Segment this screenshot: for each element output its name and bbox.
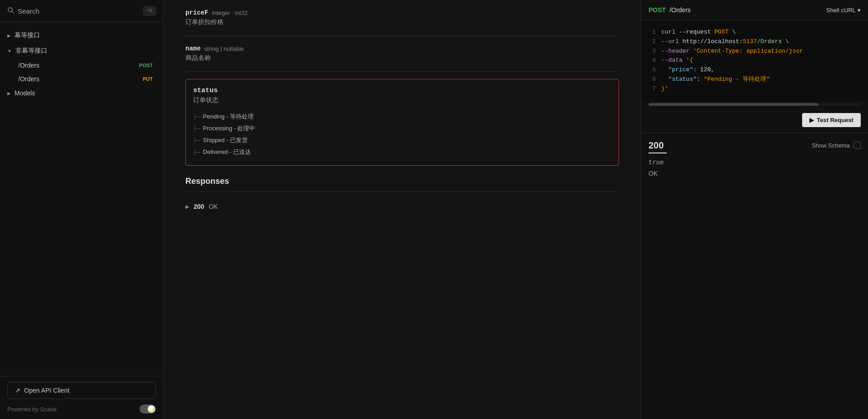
status-field-name: status — [193, 87, 611, 94]
main-content: priceF integer · int32 订单折扣价格 name strin… — [164, 0, 641, 419]
code-content-3: --header 'Content-Type: application/jsor — [661, 47, 803, 56]
nav-group-label-2: 非幕等接口 — [15, 47, 47, 55]
method-path: POST /Orders — [649, 6, 691, 14]
search-shortcut: ^K — [143, 6, 156, 15]
test-btn-label: Test Request — [817, 117, 853, 123]
enum-list: ├─ Pending - 等待处理 ├─ Processing - 处理中 ├─… — [193, 111, 611, 158]
shell-label: Shell cURL — [826, 7, 856, 14]
field-priceF-type: integer · int32 — [212, 10, 248, 16]
field-name-header: name string | nullable — [185, 45, 619, 52]
scrollbar-thumb — [649, 103, 818, 106]
show-schema-control[interactable]: Show Schema — [812, 142, 861, 149]
enum-value-shipped: Shipped - 已发货 — [203, 136, 248, 144]
code-line-3: 3 --header 'Content-Type: application/js… — [649, 47, 861, 56]
response-value-true: true — [649, 159, 861, 166]
field-name-type: string | nullable — [205, 45, 244, 52]
code-scrollbar[interactable] — [649, 103, 861, 106]
status-field-desc: 订单状态 — [193, 96, 611, 104]
toggle-track[interactable]: 🌙 — [140, 404, 156, 414]
nav-sub-path: /Orders — [18, 62, 40, 69]
open-api-client-button[interactable]: ↗ Open API Client — [7, 382, 156, 399]
chevron-right-icon-models: ▶ — [7, 91, 11, 96]
sidebar-footer: ↗ Open API Client Powered by Scalar 🌙 — [0, 376, 163, 419]
code-content-7: }' — [661, 84, 668, 94]
nav-item-orders-put[interactable]: /Orders PUT — [0, 72, 163, 86]
nav-sub-path-2: /Orders — [18, 75, 40, 83]
field-name-name: name — [185, 45, 201, 52]
nav-group-非幕等接口[interactable]: ▼ 非幕等接口 — [0, 43, 163, 59]
theme-toggle[interactable]: 🌙 — [140, 404, 156, 414]
enum-item-shipped: ├─ Shipped - 已发货 — [193, 134, 611, 146]
underline-bar — [649, 153, 667, 153]
response-panel: 200 Show Schema true OK — [641, 133, 868, 419]
code-line-6: 6 "status": "Pending - 等待处理" — [649, 75, 861, 84]
response-value-ok: OK — [649, 170, 861, 177]
enum-arrow-icon: ├─ — [193, 114, 200, 119]
response-chevron-icon: ▶ — [185, 204, 189, 210]
toggle-thumb: 🌙 — [148, 405, 155, 413]
chevron-down-icon: ▼ — [7, 49, 12, 54]
line-num-4: 4 — [649, 56, 656, 65]
response-status-code: 200 — [649, 140, 663, 151]
test-request-button[interactable]: ▶ Test Request — [802, 113, 861, 127]
field-name-desc: 商品名称 — [185, 54, 619, 62]
response-200-row[interactable]: ▶ 200 OK — [185, 199, 619, 214]
field-priceF-desc: 订单折扣价格 — [185, 18, 619, 26]
responses-title: Responses — [185, 177, 619, 186]
nav-group-label: 幕等接口 — [15, 31, 40, 39]
code-line-2: 2 --url http://localhost:5137/Orders \ — [649, 37, 861, 47]
search-label: Search — [18, 7, 140, 15]
field-name: name string | nullable 商品名称 — [185, 36, 619, 72]
nav-group-models[interactable]: ▶ Models — [0, 86, 163, 100]
enum-item-delivered: ├─ Delivered - 已送达 — [193, 146, 611, 158]
method-label: POST — [649, 6, 666, 14]
field-priceF: priceF integer · int32 订单折扣价格 — [185, 0, 619, 36]
nav-group-幕等接口[interactable]: ▶ 幕等接口 — [0, 28, 163, 43]
right-panel: POST /Orders Shell cURL ▾ 1 curl --reque… — [641, 0, 868, 419]
code-line-7: 7 }' — [649, 84, 861, 94]
nav-item-orders-post[interactable]: /Orders POST — [0, 59, 163, 72]
divider — [185, 192, 619, 192]
powered-by-row: Powered by Scalar 🌙 — [7, 404, 156, 414]
code-line-1: 1 curl --request POST \ — [649, 28, 861, 37]
field-priceF-name: priceF — [185, 9, 208, 16]
code-content-2: --url http://localhost:5137/Orders \ — [661, 37, 789, 47]
shell-select[interactable]: Shell cURL ▾ — [826, 7, 861, 14]
responses-section: Responses ▶ 200 OK — [185, 177, 619, 214]
line-num-2: 2 — [649, 37, 656, 47]
sidebar: Search ^K ▶ 幕等接口 ▼ 非幕等接口 /Orders POST /O… — [0, 0, 164, 419]
nav-models-label: Models — [15, 89, 35, 97]
enum-value-processing: Processing - 处理中 — [203, 124, 255, 133]
chevron-right-icon: ▶ — [7, 33, 11, 38]
show-schema-label: Show Schema — [812, 142, 850, 149]
status-field-box: status 订单状态 ├─ Pending - 等待处理 ├─ Process… — [185, 79, 619, 166]
badge-post: POST — [136, 62, 156, 69]
chevron-down-icon: ▾ — [858, 7, 861, 14]
enum-arrow-icon-3: ├─ — [193, 138, 200, 143]
response-200-code: 200 — [194, 203, 204, 210]
external-link-icon: ↗ — [15, 387, 20, 394]
code-content-1: curl --request POST \ — [661, 28, 736, 37]
line-num-6: 6 — [649, 75, 656, 84]
schema-checkbox[interactable] — [853, 142, 861, 149]
svg-line-1 — [12, 11, 14, 13]
line-num-3: 3 — [649, 47, 656, 56]
code-block: 1 curl --request POST \ 2 --url http://l… — [641, 20, 868, 101]
code-content-6: "status": "Pending - 等待处理" — [661, 75, 770, 84]
search-icon — [7, 7, 14, 15]
enum-item-pending: ├─ Pending - 等待处理 — [193, 111, 611, 123]
line-num-7: 7 — [649, 84, 656, 94]
powered-by-text: Powered by Scalar — [7, 406, 57, 413]
enum-value-pending: Pending - 等待处理 — [203, 113, 254, 121]
code-line-5: 5 "price": 120, — [649, 65, 861, 75]
response-top-row: 200 Show Schema — [649, 140, 861, 151]
enum-arrow-icon-2: ├─ — [193, 126, 200, 131]
moon-icon: 🌙 — [149, 407, 154, 412]
enum-item-processing: ├─ Processing - 处理中 — [193, 123, 611, 134]
search-bar[interactable]: Search ^K — [0, 0, 163, 22]
open-api-btn-label: Open API Client — [24, 387, 70, 394]
enum-arrow-icon-4: ├─ — [193, 149, 200, 155]
test-request-area: ▶ Test Request — [641, 108, 868, 133]
code-line-4: 4 --data '{ — [649, 56, 861, 65]
nav-section: ▶ 幕等接口 ▼ 非幕等接口 /Orders POST /Orders PUT … — [0, 22, 163, 376]
